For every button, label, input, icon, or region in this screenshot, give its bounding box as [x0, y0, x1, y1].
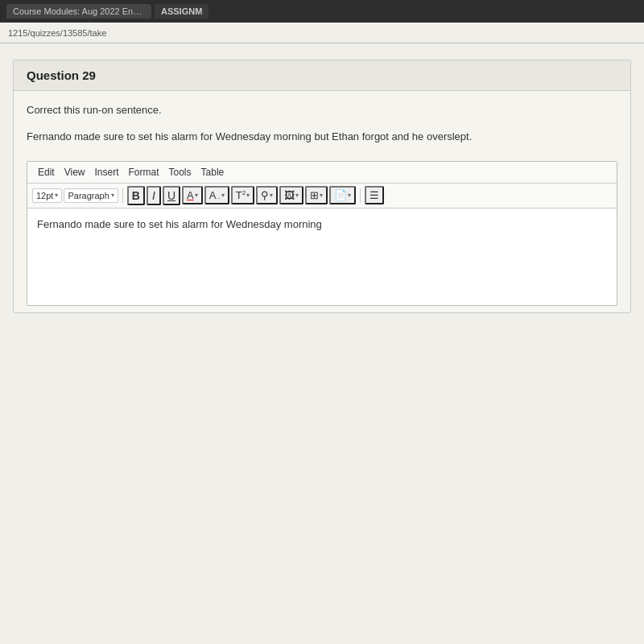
rich-text-editor: Edit View Insert Format Tools Table 12pt…	[27, 161, 617, 306]
image-icon: 🖼	[284, 189, 295, 201]
tab-area: Course Modules: Aug 2022 Eng ✕ ASSIGNM	[6, 4, 638, 19]
highlight-underline: _	[217, 192, 220, 199]
toolbar-divider-1	[122, 188, 123, 203]
question-header: Question 29	[14, 60, 630, 91]
font-color-button[interactable]: A ▾	[182, 186, 203, 204]
link-icon: ⚲	[261, 189, 269, 201]
underline-button[interactable]: U	[163, 186, 180, 205]
superscript-chevron-icon: ▾	[246, 192, 250, 199]
font-color-label: A	[187, 189, 194, 201]
toolbar-divider-2	[360, 188, 361, 203]
url-text: 1215/quizzes/13585/take	[8, 28, 106, 38]
underline-label: U	[167, 189, 175, 202]
question-title: Question 29	[27, 68, 96, 82]
highlight-button[interactable]: A _ ▾	[204, 186, 229, 204]
font-size-value: 12pt	[36, 191, 53, 200]
question-instruction: Correct this run-on sentence.	[27, 104, 617, 116]
link-button[interactable]: ⚲ ▾	[256, 186, 278, 204]
menu-edit[interactable]: Edit	[34, 165, 59, 180]
link-chevron-icon: ▾	[270, 192, 273, 199]
table-chevron-icon: ▾	[320, 192, 323, 199]
address-bar: 1215/quizzes/13585/take	[0, 23, 644, 43]
menu-table[interactable]: Table	[197, 165, 229, 180]
editor-menubar: Edit View Insert Format Tools Table	[27, 162, 617, 184]
font-color-chevron-icon: ▾	[195, 192, 198, 199]
paragraph-value: Paragraph	[68, 191, 109, 200]
menu-view[interactable]: View	[60, 165, 89, 180]
paragraph-chevron-icon: ▾	[111, 192, 114, 199]
tab-course-modules[interactable]: Course Modules: Aug 2022 Eng ✕	[6, 4, 151, 19]
italic-label: I	[152, 189, 155, 202]
menu-insert[interactable]: Insert	[90, 165, 122, 180]
bold-button[interactable]: B	[127, 186, 145, 205]
table-icon: ⊞	[310, 189, 319, 201]
italic-button[interactable]: I	[147, 186, 161, 205]
more-chevron-icon: ▾	[348, 192, 351, 199]
editor-toolbar: 12pt ▾ Paragraph ▾ B I U	[27, 184, 617, 208]
bold-label: B	[132, 189, 140, 202]
tab-close-icon[interactable]: ✕	[143, 7, 150, 16]
font-size-select[interactable]: 12pt ▾	[32, 188, 62, 203]
extra-icon: ☰	[369, 189, 379, 201]
superscript-button[interactable]: T2 ▾	[231, 186, 254, 204]
image-button[interactable]: 🖼 ▾	[279, 186, 303, 204]
tab-assignm[interactable]: ASSIGNM	[155, 4, 208, 19]
highlight-chevron-icon: ▾	[221, 192, 225, 199]
browser-bar: Course Modules: Aug 2022 Eng ✕ ASSIGNM	[0, 0, 644, 23]
editor-content-area[interactable]: Fernando made sure to set his alarm for …	[27, 208, 617, 305]
more-icon: 📄	[334, 189, 347, 201]
highlight-label: A	[209, 189, 217, 201]
editor-text: Fernando made sure to set his alarm for …	[37, 218, 322, 230]
superscript-label: T2	[236, 189, 246, 201]
extra-button[interactable]: ☰	[365, 186, 384, 204]
menu-format[interactable]: Format	[125, 165, 163, 180]
page-content: Question 29 Correct this run-on sentence…	[0, 43, 644, 644]
font-size-chevron-icon: ▾	[55, 192, 58, 199]
table-button[interactable]: ⊞ ▾	[305, 186, 328, 204]
tab-assignm-label: ASSIGNM	[161, 6, 202, 16]
question-sentence: Fernando made sure to set his alarm for …	[27, 129, 617, 145]
more-button[interactable]: 📄 ▾	[329, 186, 356, 204]
question-body: Correct this run-on sentence. Fernando m…	[14, 91, 630, 312]
paragraph-select[interactable]: Paragraph ▾	[64, 188, 118, 203]
menu-tools[interactable]: Tools	[165, 165, 196, 180]
image-chevron-icon: ▾	[295, 192, 299, 199]
tab-label: Course Modules: Aug 2022 Eng	[13, 6, 142, 16]
question-card: Question 29 Correct this run-on sentence…	[13, 60, 631, 313]
